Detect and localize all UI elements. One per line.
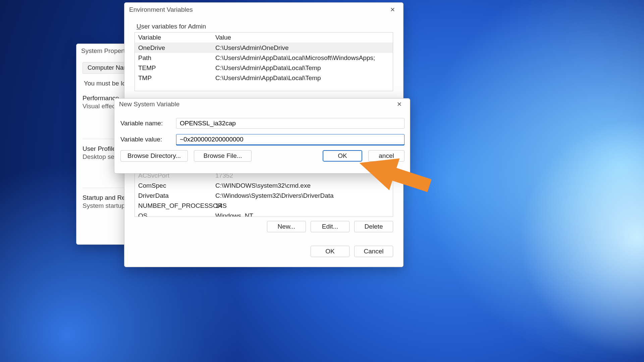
table-row[interactable]: Path C:\Users\Admin\AppData\Local\Micros…	[135, 53, 393, 63]
ok-button[interactable]: OK	[311, 246, 350, 257]
new-var-button-row: Browse Directory... Browse File... OK an…	[120, 150, 405, 162]
title-env-vars: Environment Variables	[129, 6, 193, 13]
input-variable-name[interactable]	[176, 118, 405, 129]
delete-button[interactable]: Delete	[354, 221, 393, 232]
titlebar-env-vars: Environment Variables ✕	[124, 3, 403, 17]
cancel-button[interactable]: Cancel	[354, 246, 393, 257]
column-value: Value	[215, 34, 389, 42]
dialog-button-row: OK Cancel	[135, 246, 393, 257]
table-row[interactable]: ComSpec C:\WINDOWS\system32\cmd.exe	[135, 181, 393, 191]
row-variable-value: Variable value:	[120, 134, 405, 145]
title-new-var: New System Variable	[119, 101, 179, 108]
input-variable-value[interactable]	[176, 134, 405, 145]
label-user-variables: User variables for Admin	[135, 19, 393, 32]
table-row[interactable]: TMP C:\Users\Admin\AppData\Local\Temp	[135, 73, 393, 83]
dialog-new-system-variable: New System Variable ✕ Variable name: Var…	[114, 98, 410, 174]
close-icon[interactable]: ✕	[393, 99, 405, 109]
user-variable-list[interactable]: Variable Value OneDrive C:\Users\Admin\O…	[135, 32, 393, 91]
row-variable-name: Variable name:	[120, 118, 405, 129]
browse-file-button[interactable]: Browse File...	[194, 150, 252, 162]
table-row[interactable]: OS Windows_NT	[135, 211, 393, 217]
ok-button[interactable]: OK	[323, 150, 362, 162]
list-header: Variable Value	[135, 33, 393, 43]
system-vars-button-row: New... Edit... Delete	[135, 221, 393, 232]
browse-directory-button[interactable]: Browse Directory...	[120, 150, 188, 162]
close-icon[interactable]: ✕	[386, 5, 398, 15]
label-variable-name: Variable name:	[120, 120, 170, 127]
system-variable-list[interactable]: ACSvcPort 17352 ComSpec C:\WINDOWS\syste…	[135, 168, 393, 217]
table-row[interactable]: DriverData C:\Windows\System32\Drivers\D…	[135, 191, 393, 201]
edit-button[interactable]: Edit...	[311, 221, 350, 232]
cancel-button[interactable]: ancel	[368, 150, 405, 162]
label-variable-value: Variable value:	[120, 136, 170, 143]
table-row[interactable]: TEMP C:\Users\Admin\AppData\Local\Temp	[135, 63, 393, 73]
table-row[interactable]: NUMBER_OF_PROCESSORS 14	[135, 201, 393, 211]
new-button[interactable]: New...	[267, 221, 306, 232]
titlebar-new-var: New System Variable ✕	[114, 99, 410, 109]
column-variable: Variable	[138, 34, 215, 42]
table-row[interactable]: OneDrive C:\Users\Admin\OneDrive	[135, 43, 393, 53]
